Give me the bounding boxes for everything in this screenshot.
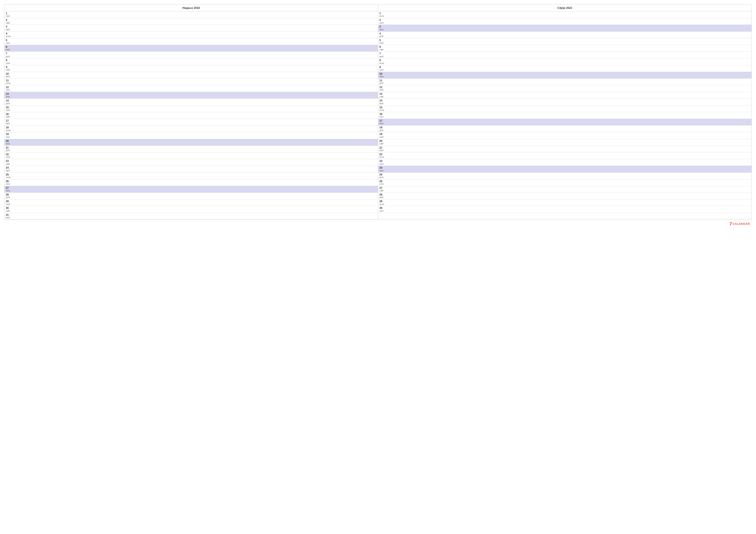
day-number: 30	[380, 207, 384, 210]
day-row: 23СӘР	[5, 159, 378, 166]
logo-number: 7	[729, 221, 732, 226]
day-number: 20	[380, 140, 384, 142]
day-number: 2	[380, 18, 384, 21]
day-name: СЕН	[6, 183, 10, 185]
day-row: 20СӘР	[378, 139, 752, 146]
day-number: 26	[380, 180, 384, 183]
day-name: ЖЕК	[380, 170, 384, 172]
day-name: СЕЙ	[6, 62, 10, 64]
day-name: СЕН	[6, 89, 10, 91]
day-name: ДҮЙ	[380, 35, 384, 38]
day-row: 10БЕЙ	[5, 72, 378, 79]
day-name: СЕЙ	[380, 136, 384, 139]
day-row: 28ДҮЙ	[5, 193, 378, 199]
day-number: 8	[380, 59, 384, 62]
day-number: 1	[6, 12, 10, 15]
day-row: 1СЕЙ	[5, 12, 378, 18]
day-name: ЖУМ	[6, 82, 11, 85]
day-number: 25	[6, 173, 11, 176]
day-name: ЖУМ	[380, 156, 384, 159]
day-row: 5СЕЙ	[378, 38, 752, 45]
calendar-container: Наурыз 20221СЕЙ2СӘР3БЕЙ4ЖУМ5СЕН6ЖЕК7ДҮЙ8…	[4, 4, 752, 220]
day-name: ЖЕК	[6, 143, 10, 145]
day-row: 3БЕЙ	[5, 25, 378, 32]
day-row: 13СӘР	[378, 92, 752, 99]
day-name: ДҮЙ	[6, 103, 10, 105]
day-row: 14ДҮЙ	[5, 99, 378, 105]
day-name: ДҮЙ	[6, 56, 10, 58]
day-row: 14БЕЙ	[378, 99, 752, 105]
day-row: 24ЖЕК	[378, 166, 752, 172]
day-number: 27	[6, 187, 10, 190]
day-row: 26СЕЙ	[378, 179, 752, 186]
day-name: БЕЙ	[380, 196, 384, 199]
day-name: БЕЙ	[6, 170, 10, 172]
day-number: 6	[6, 45, 10, 48]
day-name: ЖЕК	[6, 96, 10, 98]
day-name: СӘР	[6, 116, 10, 118]
day-number: 18	[380, 126, 384, 129]
day-row: 25ЖУМ	[5, 173, 378, 179]
day-name: ЖЕК	[6, 49, 10, 51]
logo-text: CALENDAR	[733, 222, 750, 225]
day-number: 20	[6, 140, 10, 142]
day-row: 18ДҮЙ	[378, 126, 752, 132]
day-name: СЕЙ	[6, 15, 10, 17]
day-number: 31	[6, 214, 10, 216]
day-name: БЕЙ	[380, 56, 384, 58]
day-number: 21	[6, 146, 10, 149]
month-header-0: Наурыз 2022	[5, 5, 378, 12]
day-name: СЕН	[6, 42, 10, 44]
day-row: 7БЕЙ	[378, 52, 752, 58]
day-name: СӘР	[6, 22, 10, 24]
day-number: 5	[6, 39, 10, 42]
day-row: 29СЕЙ	[5, 199, 378, 206]
day-number: 17	[380, 119, 384, 122]
day-row: 7ДҮЙ	[5, 52, 378, 58]
day-name: ДҮЙ	[380, 129, 384, 132]
footer: 7 CALENDAR	[4, 221, 752, 227]
day-name: СЕН	[380, 69, 384, 71]
day-row: 11ДҮЙ	[378, 79, 752, 85]
day-name: СЕЙ	[6, 109, 10, 112]
day-row: 26СЕН	[5, 179, 378, 186]
day-row: 27ЖЕК	[5, 186, 378, 193]
day-number: 12	[380, 86, 384, 89]
day-number: 1	[380, 12, 384, 15]
day-name: СӘР	[380, 190, 384, 192]
day-name: СЕЙ	[380, 89, 384, 91]
calendar-logo: 7 CALENDAR	[729, 221, 750, 226]
day-number: 9	[6, 66, 10, 69]
day-number: 17	[6, 119, 10, 122]
day-number: 24	[380, 166, 384, 169]
day-name: ЖЕК	[380, 122, 384, 125]
day-number: 11	[380, 79, 384, 82]
empty-row	[378, 213, 752, 219]
day-row: 17БЕЙ	[5, 119, 378, 126]
day-row: 23СЕН	[378, 159, 752, 166]
day-name: СЕЙ	[380, 183, 384, 185]
day-row: 3ЖЕК	[378, 25, 752, 32]
day-number: 15	[380, 106, 384, 109]
day-row: 15ЖУМ	[378, 106, 752, 112]
day-name: СӘР	[6, 163, 10, 165]
day-name: ЖЕК	[380, 76, 384, 78]
day-number: 10	[380, 72, 384, 75]
day-number: 4	[6, 32, 11, 35]
day-name: БЕЙ	[380, 149, 384, 152]
day-row: 22СЕЙ	[5, 152, 378, 159]
day-number: 25	[380, 173, 384, 176]
day-number: 14	[380, 99, 384, 102]
day-number: 13	[380, 92, 384, 95]
day-number: 28	[6, 193, 10, 196]
day-row: 12СЕЙ	[378, 85, 752, 92]
day-name: БЕЙ	[6, 216, 10, 219]
day-row: 19СЕН	[5, 132, 378, 139]
day-number: 16	[380, 113, 384, 115]
day-number: 18	[6, 126, 11, 129]
day-row: 24БЕЙ	[5, 166, 378, 172]
day-row: 27СӘР	[378, 186, 752, 193]
day-name: СЕН	[380, 163, 384, 165]
day-name: СӘР	[6, 69, 10, 71]
day-number: 19	[6, 133, 10, 136]
